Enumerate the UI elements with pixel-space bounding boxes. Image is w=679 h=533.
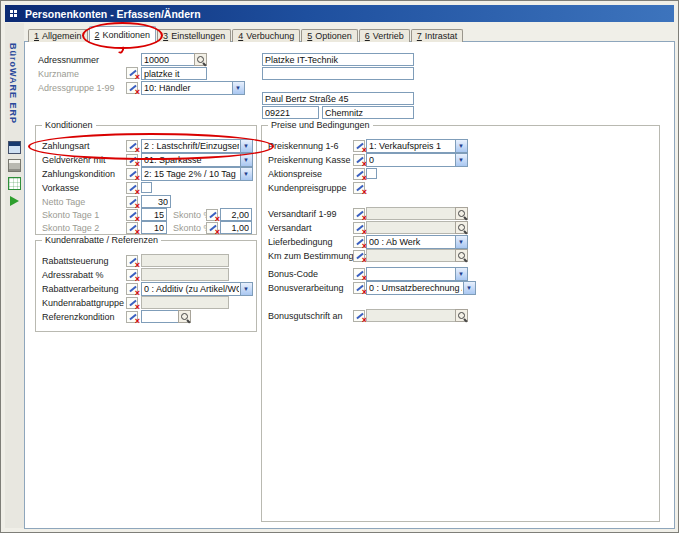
edit-icon[interactable] (353, 208, 365, 220)
rabattsteuerung-input[interactable] (141, 254, 229, 267)
versandart-label: Versandart (268, 223, 312, 233)
edit-icon[interactable] (353, 250, 365, 262)
skonto-tage2-input[interactable] (141, 221, 167, 234)
export-arrow-icon[interactable] (10, 196, 19, 206)
tab-accesskey: 2 (95, 30, 100, 40)
tab-konditionen[interactable]: 2Konditionen (89, 26, 157, 42)
edit-icon[interactable] (126, 311, 138, 323)
lookup-icon[interactable] (178, 310, 191, 323)
skonto-tage1-label: Skonto Tage 1 (42, 210, 99, 220)
chevron-down-icon[interactable] (240, 154, 252, 166)
plz-input[interactable] (262, 106, 319, 119)
printer-icon[interactable] (8, 159, 21, 172)
tab-optionen[interactable]: 5Optionen (301, 29, 358, 42)
lookup-icon[interactable] (455, 309, 468, 322)
edit-icon[interactable] (353, 236, 365, 248)
aktionspreise-checkbox[interactable] (366, 168, 377, 179)
zahlungsart-combo[interactable]: 2 : Lastschrift/Einzugserm (141, 139, 253, 153)
km-input[interactable] (366, 249, 468, 262)
ort-input[interactable] (322, 106, 414, 119)
bonus-code-combo[interactable] (366, 267, 468, 281)
edit-icon[interactable] (126, 283, 138, 295)
skonto-tage1-input[interactable] (141, 208, 167, 221)
zahlungskondition-combo[interactable]: 2: 15 Tage 2% / 10 Tag (141, 167, 253, 181)
chevron-down-icon[interactable] (240, 283, 252, 295)
chevron-down-icon[interactable] (455, 154, 467, 166)
edit-icon[interactable] (126, 222, 138, 234)
kurzname-input[interactable] (141, 67, 207, 80)
tab-accesskey: 4 (238, 31, 243, 41)
edit-icon[interactable] (126, 182, 138, 194)
window-grip-icon (9, 8, 20, 19)
lieferbedingung-combo[interactable]: 00 : Ab Werk (366, 235, 468, 249)
strasse-input[interactable] (262, 92, 414, 105)
form-icon[interactable] (8, 141, 21, 154)
chevron-down-icon[interactable] (455, 268, 467, 280)
lieferbedingung-label: Lieferbedingung (268, 237, 333, 247)
tab-label: Einstellungen (171, 31, 225, 41)
rabattverarbeitung-combo[interactable]: 0 : Additiv (zu Artikel/WGR (141, 282, 253, 296)
namenszusatz-input[interactable] (262, 67, 414, 80)
firma-input[interactable] (262, 53, 414, 66)
edit-icon[interactable] (126, 297, 138, 309)
geldverkehr-combo[interactable]: 01: Sparkasse (141, 153, 253, 167)
bonusgutschrift-input[interactable] (366, 309, 468, 322)
edit-icon[interactable] (126, 269, 138, 281)
edit-icon[interactable] (126, 209, 138, 221)
tab-einstellungen[interactable]: 3Einstellungen (157, 29, 231, 42)
tab-verbuchung[interactable]: 4Verbuchung (232, 29, 300, 42)
edit-icon[interactable] (206, 222, 218, 234)
tab-label: Vertrieb (373, 31, 404, 41)
tab-accesskey: 6 (365, 31, 370, 41)
chevron-down-icon[interactable] (455, 236, 467, 248)
edit-icon[interactable] (353, 140, 365, 152)
preiskennung-kasse-value: 0 (369, 155, 454, 165)
edit-icon[interactable] (126, 140, 138, 152)
chevron-down-icon[interactable] (463, 282, 475, 294)
titlebar[interactable]: Personenkonten - Erfassen/Ändern (5, 5, 674, 22)
adressgruppe-label: Adressgruppe 1-99 (38, 83, 115, 93)
edit-icon[interactable] (353, 182, 365, 194)
edit-icon[interactable] (353, 222, 365, 234)
tab-allgemein[interactable]: 1Allgemein (28, 29, 88, 42)
vorkasse-label: Vorkasse (42, 183, 79, 193)
lookup-icon[interactable] (455, 221, 468, 234)
preiskennung-combo[interactable]: 1: Verkaufspreis 1 (366, 139, 468, 153)
preiskennung-kasse-combo[interactable]: 0 (366, 153, 468, 167)
edit-icon[interactable] (353, 310, 365, 322)
edit-icon[interactable] (206, 209, 218, 221)
lookup-icon[interactable] (194, 53, 207, 66)
chevron-down-icon[interactable] (232, 82, 244, 94)
skonto-prozent1-input[interactable] (220, 208, 252, 221)
versandtarif-input[interactable] (366, 207, 468, 220)
chevron-down-icon[interactable] (455, 140, 467, 152)
skonto-prozent2-input[interactable] (220, 221, 252, 234)
edit-icon[interactable] (353, 268, 365, 280)
adressrabatt-input[interactable] (141, 268, 229, 281)
edit-icon[interactable] (126, 196, 138, 208)
edit-icon[interactable] (126, 168, 138, 180)
versandart-input[interactable] (366, 221, 468, 234)
edit-icon[interactable] (353, 168, 365, 180)
edit-icon[interactable] (126, 154, 138, 166)
netto-tage-label: Netto Tage (42, 197, 85, 207)
edit-icon[interactable] (353, 154, 365, 166)
tab-vertrieb[interactable]: 6Vertrieb (359, 29, 410, 42)
kundenrabattgruppe-input[interactable] (141, 296, 229, 309)
bonusverarbeitung-combo[interactable]: 0 : Umsatzberechnung Adr (366, 281, 476, 295)
lookup-icon[interactable] (455, 249, 468, 262)
adressgruppe-combo[interactable]: 10: Händler (141, 81, 245, 95)
edit-icon[interactable] (353, 282, 365, 294)
lookup-icon[interactable] (455, 207, 468, 220)
tab-intrastat[interactable]: 7Intrastat (411, 29, 464, 42)
chevron-down-icon[interactable] (240, 140, 252, 152)
netto-tage-input[interactable] (141, 195, 171, 208)
app-window: Personenkonten - Erfassen/Ändern BüroWAR… (0, 0, 679, 533)
edit-icon[interactable] (126, 82, 138, 94)
edit-icon[interactable] (126, 255, 138, 267)
chevron-down-icon[interactable] (240, 168, 252, 180)
preiskennung-value: 1: Verkaufspreis 1 (369, 141, 454, 151)
spreadsheet-icon[interactable] (8, 177, 21, 190)
vorkasse-checkbox[interactable] (141, 182, 152, 193)
edit-icon[interactable] (126, 67, 138, 79)
